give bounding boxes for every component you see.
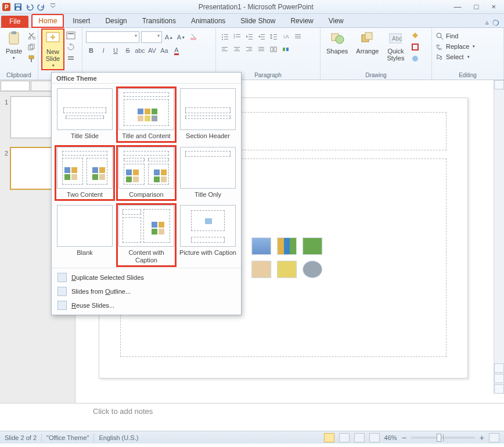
layout-section-header[interactable]: Section Header [178,87,237,142]
shape-fill-icon[interactable] [410,30,420,41]
tab-slideshow[interactable]: Slide Show [235,15,281,27]
shadow-icon[interactable]: abc [135,45,145,56]
svg-rect-37 [273,37,277,37]
fit-to-window-icon[interactable] [489,433,499,442]
align-left-icon[interactable] [219,44,230,55]
minimize-button[interactable]: — [454,2,462,11]
help-icon[interactable]: ❍ [492,19,499,27]
layout-title-slide[interactable]: Title Slide [55,87,114,142]
reading-view-icon[interactable] [354,433,365,442]
numbering-icon[interactable]: 12 [232,31,242,42]
shape-effects-icon[interactable] [410,53,420,64]
line-spacing-icon[interactable] [268,31,279,42]
font-size-dropdown[interactable] [141,31,162,43]
bullets-icon[interactable] [219,31,230,42]
next-slide-icon[interactable] [494,384,504,394]
svg-rect-5 [51,3,55,4]
quick-styles-button[interactable]: Abc Quick Styles [384,29,406,63]
redo-icon[interactable] [36,2,46,12]
prev-slide-icon[interactable] [494,374,504,383]
strike-icon[interactable]: S [123,45,133,56]
format-painter-icon[interactable] [26,53,37,64]
char-spacing-icon[interactable]: AV [147,45,157,56]
arrange-button[interactable]: Arrange [354,29,381,56]
save-icon[interactable] [13,2,23,12]
italic-icon[interactable]: I [98,45,109,56]
customize-qat-icon[interactable] [48,2,58,12]
vertical-scrollbar[interactable] [494,80,504,394]
bold-icon[interactable]: B [86,45,96,56]
increase-font-icon[interactable]: A▲ [164,32,174,42]
align-center-icon[interactable] [232,44,242,55]
align-text-icon[interactable] [293,31,303,42]
insert-media-icon[interactable] [303,261,322,278]
justify-icon[interactable] [256,44,267,55]
ribbon-minimize-icon[interactable]: ▵ [485,19,489,27]
tab-animations[interactable]: Animations [185,15,231,27]
layout-icon[interactable] [66,30,76,41]
shapes-button[interactable]: Shapes [324,29,350,56]
notes-placeholder[interactable]: Click to add notes [93,407,498,416]
tab-transitions[interactable]: Transitions [136,15,182,27]
reset-icon[interactable] [66,42,76,52]
shape-outline-icon[interactable] [410,42,420,52]
zoom-in-icon[interactable]: + [480,433,484,442]
reuse-slides-command[interactable]: Reuse Slides... [52,298,241,312]
tab-home[interactable]: Home [32,15,63,27]
status-language[interactable]: English (U.S.) [99,434,138,441]
section-icon[interactable] [66,53,76,64]
increase-indent-icon[interactable] [256,31,267,42]
decrease-font-icon[interactable]: A▼ [176,32,186,42]
maximize-button[interactable]: □ [474,2,479,11]
align-right-icon[interactable] [244,44,254,55]
layout-content-with-caption[interactable]: Content with Caption [117,204,176,266]
new-slide-button[interactable]: New Slide▾ [42,29,64,70]
copy-icon[interactable] [26,42,37,52]
underline-icon[interactable]: U [110,45,121,56]
scroll-up-icon[interactable] [494,80,504,89]
tab-design[interactable]: Design [99,15,132,27]
layout-picture-with-caption[interactable]: Picture with Caption [178,204,237,266]
select-button[interactable]: Select▾ [435,52,470,62]
find-button[interactable]: Find [435,31,458,41]
insert-smartart-icon[interactable] [303,237,322,255]
replace-button[interactable]: abac Replace▾ [435,42,475,51]
cut-icon[interactable] [26,30,37,41]
zoom-slider[interactable] [411,437,475,439]
layout-two-content[interactable]: Two Content [55,146,114,201]
clear-format-icon[interactable] [188,32,199,42]
tab-review[interactable]: Review [285,15,319,27]
file-tab[interactable]: File [1,16,28,28]
font-color-icon[interactable]: A [171,45,182,56]
layout-title-only[interactable]: Title Only [178,146,237,201]
close-button[interactable]: × [491,2,496,11]
slides-tab[interactable] [1,81,30,91]
insert-table-icon[interactable] [251,237,271,255]
layout-title-and-content[interactable]: Title and Content [117,87,176,142]
columns-icon[interactable] [268,44,279,55]
svg-rect-45 [222,51,228,51]
decrease-indent-icon[interactable] [244,31,254,42]
undo-icon[interactable] [24,2,35,12]
normal-view-icon[interactable] [324,433,334,442]
notes-pane[interactable]: Click to add notes [0,403,504,431]
change-case-icon[interactable]: Aa [159,45,170,56]
paste-button[interactable]: Paste ▾ [3,29,24,62]
convert-smartart-icon[interactable] [280,44,291,55]
tab-insert[interactable]: Insert [67,15,96,27]
zoom-out-icon[interactable]: − [402,433,406,442]
text-direction-icon[interactable]: ↕A [280,31,291,42]
tab-view[interactable]: View [323,15,350,27]
status-zoom[interactable]: 46% [384,434,397,441]
scroll-down-icon[interactable] [494,363,504,373]
slides-from-outline-command[interactable]: Slides from Outline... [52,284,241,298]
duplicate-slides-command[interactable]: Duplicate Selected Slides [52,271,241,284]
sorter-view-icon[interactable] [339,433,350,442]
font-family-dropdown[interactable] [86,31,139,43]
insert-clipart-icon[interactable] [277,261,297,278]
insert-chart-icon[interactable] [277,237,297,255]
slideshow-view-icon[interactable] [369,433,380,442]
insert-picture-icon[interactable] [251,261,271,278]
layout-comparison[interactable]: Comparison [117,146,176,201]
layout-blank[interactable]: Blank [55,204,114,266]
